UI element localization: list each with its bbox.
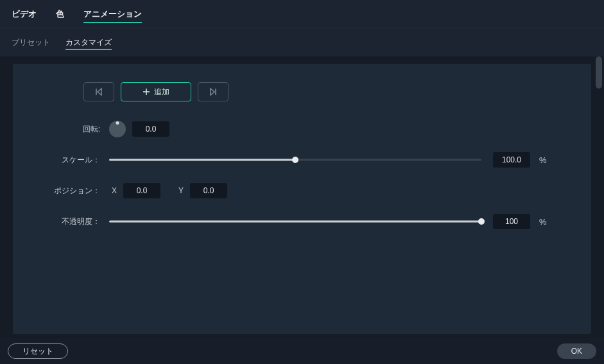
rotation-row: 回転: [13,119,591,139]
top-tab-bar: ビデオ 色 アニメーション [0,0,604,28]
next-keyframe-button[interactable] [198,82,229,101]
prev-keyframe-button[interactable] [83,82,114,101]
add-keyframe-label: 追加 [154,87,169,98]
reset-button[interactable]: リセット [8,343,68,359]
tab-color[interactable]: 色 [56,0,64,28]
position-row: ポジション： X Y [13,181,591,200]
slider-fill [109,159,295,161]
opacity-input[interactable] [493,214,530,229]
tab-animation[interactable]: アニメーション [83,0,142,28]
keyframe-controls: 追加 [83,82,591,101]
rotation-input[interactable] [132,121,169,137]
slider-fill [109,221,481,223]
scale-input[interactable] [493,152,530,168]
scrollbar-thumb[interactable] [596,56,602,89]
opacity-label: 不透明度： [13,216,109,227]
panel-scroll-area[interactable]: 追加 回転: スケール： % ポジション： X [0,56,604,338]
animation-panel: 追加 回転: スケール： % ポジション： X [13,64,591,334]
scale-slider[interactable] [109,152,481,168]
position-x-input[interactable] [123,183,160,198]
slider-thumb[interactable] [478,218,485,225]
position-y-label: Y [178,186,184,195]
skip-previous-icon [94,87,103,96]
footer-bar: リセット OK [0,338,604,364]
scale-row: スケール： % [13,150,591,169]
rotation-label: 回転: [13,124,109,135]
add-keyframe-button[interactable]: 追加 [121,82,191,101]
sub-tab-bar: プリセット カスタマイズ [0,28,604,56]
scale-label: スケール： [13,155,109,166]
scale-unit: % [539,155,547,165]
opacity-unit: % [539,217,547,227]
position-label: ポジション： [13,186,109,196]
sub-tab-customize[interactable]: カスタマイズ [65,28,112,56]
tab-video[interactable]: ビデオ [12,0,37,28]
plus-icon [142,88,150,96]
opacity-row: 不透明度： % [13,212,591,231]
ok-button[interactable]: OK [557,343,596,359]
position-x-label: X [112,186,117,195]
skip-next-icon [209,87,218,96]
position-y-input[interactable] [190,183,227,198]
sub-tab-preset[interactable]: プリセット [12,28,50,56]
slider-thumb[interactable] [292,157,298,163]
rotation-knob[interactable] [109,121,126,137]
opacity-slider[interactable] [109,214,481,229]
